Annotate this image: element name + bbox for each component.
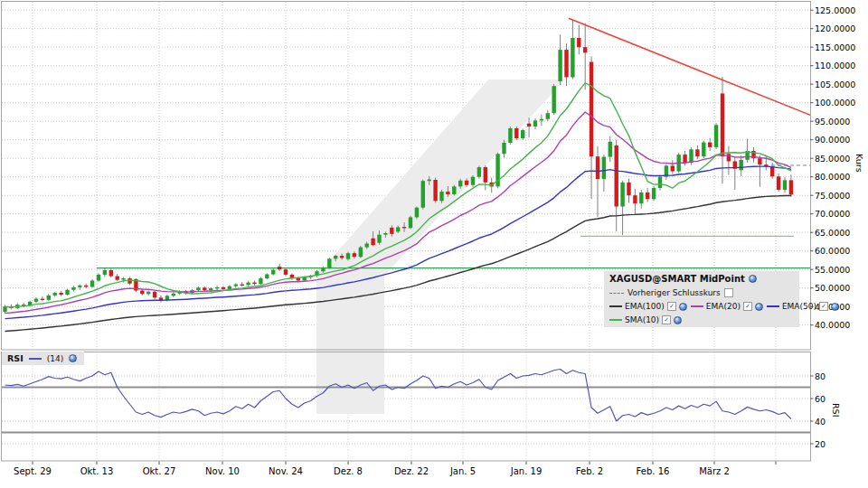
legend-ema-row: EMA(100) ✓ EMA(20) ✓ EMA(50) ✓ bbox=[609, 302, 794, 311]
ema100-checkbox[interactable]: ✓ bbox=[667, 302, 676, 311]
svg-text:Dez. 22: Dez. 22 bbox=[394, 466, 429, 476]
svg-text:Jan. 5: Jan. 5 bbox=[449, 466, 476, 476]
legend-item-sma10: SMA(10) ✓ bbox=[609, 315, 682, 324]
svg-text:60.0000: 60.0000 bbox=[815, 246, 850, 256]
globe-icon[interactable] bbox=[679, 303, 687, 311]
svg-text:März 2: März 2 bbox=[699, 466, 730, 476]
rsi-legend-box: RSI (14) bbox=[2, 352, 84, 365]
kurs-axis-label: Kurs bbox=[854, 154, 864, 173]
svg-text:100.0000: 100.0000 bbox=[815, 98, 855, 108]
sma10-label: SMA(10) bbox=[625, 315, 659, 324]
svg-text:80: 80 bbox=[815, 371, 826, 381]
svg-text:105.0000: 105.0000 bbox=[815, 80, 855, 89]
ema20-label: EMA(20) bbox=[706, 302, 741, 311]
svg-text:125.0000: 125.0000 bbox=[815, 5, 855, 15]
sma10-line-sample bbox=[609, 319, 622, 321]
svg-text:75.0000: 75.0000 bbox=[815, 191, 850, 201]
legend-title-row: XAGUSD@SMART MidPoint bbox=[609, 274, 794, 284]
globe-icon[interactable] bbox=[69, 354, 77, 362]
svg-text:70.0000: 70.0000 bbox=[815, 209, 850, 219]
ema100-label: EMA(100) bbox=[625, 302, 665, 311]
svg-text:Okt. 13: Okt. 13 bbox=[80, 466, 114, 476]
svg-text:65.0000: 65.0000 bbox=[815, 228, 850, 238]
svg-text:120.0000: 120.0000 bbox=[815, 23, 855, 33]
legend-item-ema20: EMA(20) ✓ bbox=[691, 302, 763, 311]
ema50-line-sample bbox=[767, 305, 779, 307]
rsi-period-label: (14) bbox=[47, 354, 63, 363]
svg-text:85.0000: 85.0000 bbox=[815, 154, 850, 164]
svg-text:110.0000: 110.0000 bbox=[815, 61, 855, 70]
svg-text:95.0000: 95.0000 bbox=[815, 117, 850, 127]
sma10-checkbox[interactable]: ✓ bbox=[662, 315, 671, 324]
svg-text:Jan. 19: Jan. 19 bbox=[510, 466, 542, 476]
trading-chart-app: 40.000045.000050.000055.000060.000065.00… bbox=[0, 0, 868, 488]
ema20-line-sample bbox=[691, 305, 703, 307]
globe-icon[interactable] bbox=[831, 303, 839, 311]
svg-text:40.0000: 40.0000 bbox=[815, 320, 850, 330]
chart-canvas[interactable]: 40.000045.000050.000055.000060.000065.00… bbox=[0, 0, 868, 488]
rsi-line-sample bbox=[29, 358, 42, 360]
instrument-title: XAGUSD@SMART MidPoint bbox=[609, 274, 745, 284]
svg-text:115.0000: 115.0000 bbox=[815, 42, 855, 52]
svg-text:Feb. 16: Feb. 16 bbox=[637, 466, 670, 476]
svg-text:80.0000: 80.0000 bbox=[815, 172, 850, 182]
svg-text:Nov. 24: Nov. 24 bbox=[269, 466, 303, 476]
svg-text:Sept. 29: Sept. 29 bbox=[14, 466, 52, 476]
legend-prevclose-row: Vorheriger Schlusskurs ✓ bbox=[609, 288, 794, 297]
svg-text:50.0000: 50.0000 bbox=[815, 283, 850, 293]
svg-text:40: 40 bbox=[815, 417, 826, 427]
legend-sma-row: SMA(10) ✓ bbox=[609, 315, 794, 324]
svg-text:20: 20 bbox=[815, 439, 826, 449]
prev-close-line-sample bbox=[609, 293, 624, 294]
rsi-label: RSI bbox=[7, 353, 24, 363]
legend-item-ema100: EMA(100) ✓ bbox=[609, 302, 687, 311]
globe-icon[interactable] bbox=[674, 316, 682, 324]
ema50-label: EMA(50) bbox=[782, 302, 816, 311]
ema100-line-sample bbox=[609, 305, 622, 307]
svg-text:60: 60 bbox=[815, 394, 826, 404]
prev-close-label: Vorheriger Schlusskurs bbox=[627, 288, 721, 297]
svg-text:Dez. 8: Dez. 8 bbox=[334, 466, 363, 476]
globe-icon[interactable] bbox=[749, 275, 757, 283]
globe-icon[interactable] bbox=[755, 303, 763, 311]
legend-item-ema50: EMA(50) ✓ bbox=[767, 302, 839, 311]
rsi-axis-label: RSI bbox=[831, 403, 841, 417]
svg-text:Feb. 2: Feb. 2 bbox=[576, 466, 603, 476]
svg-text:90.0000: 90.0000 bbox=[815, 135, 850, 145]
ema50-checkbox[interactable]: ✓ bbox=[819, 302, 828, 311]
prev-close-checkbox[interactable]: ✓ bbox=[724, 288, 733, 297]
svg-text:Nov. 10: Nov. 10 bbox=[205, 466, 240, 476]
svg-text:55.0000: 55.0000 bbox=[815, 265, 850, 275]
legend-box: XAGUSD@SMART MidPoint Vorheriger Schluss… bbox=[604, 271, 799, 327]
ema20-checkbox[interactable]: ✓ bbox=[743, 302, 752, 311]
svg-text:Okt. 27: Okt. 27 bbox=[143, 466, 176, 476]
